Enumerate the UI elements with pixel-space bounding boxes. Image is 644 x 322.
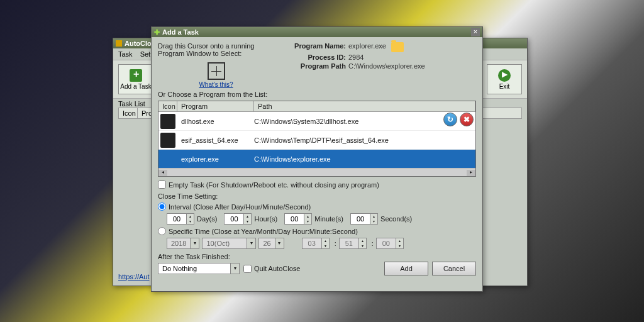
plus-icon: ✚ bbox=[154, 28, 160, 36]
exit-button[interactable]: ▶ Exit bbox=[487, 64, 522, 94]
drag-hint-text: Drag this Cursor onto a running Program … bbox=[158, 42, 274, 57]
program-info: Program Name:explorer.exe Process ID:298… bbox=[287, 42, 476, 88]
process-id-label: Process ID: bbox=[287, 53, 348, 61]
col-icon[interactable]: Icon bbox=[158, 101, 177, 111]
refresh-button[interactable]: ↻ bbox=[443, 113, 457, 126]
add-task-label: Add a Task bbox=[120, 83, 151, 90]
website-link[interactable]: https://Aut bbox=[118, 273, 150, 280]
scroll-right-icon[interactable]: ▸ bbox=[467, 170, 475, 176]
interval-radio[interactable]: Interval (Close After Day/Hour/Minute/Se… bbox=[158, 203, 476, 211]
whats-this-link[interactable]: What's this? bbox=[158, 81, 274, 88]
program-name-value: explorer.exe bbox=[348, 42, 386, 52]
crosshair-cursor[interactable] bbox=[208, 62, 225, 80]
list-item[interactable]: esif_assist_64.exeC:\Windows\Temp\DPTF\e… bbox=[158, 131, 475, 150]
day-dropdown[interactable]: 26▾ bbox=[258, 238, 284, 249]
hour-spinner-disabled: ▴▾ bbox=[302, 238, 330, 249]
after-task-label: After the Task Finished: bbox=[158, 253, 476, 260]
col-path[interactable]: Path bbox=[254, 101, 475, 111]
minute-spinner[interactable]: ▴▾ bbox=[284, 213, 312, 225]
day-spinner[interactable]: ▴▾ bbox=[167, 213, 194, 225]
add-task-dialog: ✚ Add a Task × Drag this Cursor onto a r… bbox=[151, 26, 483, 292]
program-path-label: Program Path bbox=[287, 62, 348, 70]
scroll-left-icon[interactable]: ◂ bbox=[158, 170, 167, 176]
list-label: Or Choose a Program from the List: bbox=[158, 91, 476, 98]
col-icon[interactable]: Icon bbox=[119, 108, 138, 118]
year-dropdown[interactable]: 2018▾ bbox=[167, 238, 199, 249]
minute-spinner-disabled: ▴▾ bbox=[339, 238, 367, 249]
dialog-titlebar[interactable]: ✚ Add a Task × bbox=[152, 27, 482, 37]
hour-spinner[interactable]: ▴▾ bbox=[224, 213, 252, 225]
program-path-value: C:\Windows\explorer.exe bbox=[348, 62, 425, 70]
close-time-label: Close Time Setting: bbox=[158, 192, 476, 200]
empty-task-checkbox[interactable]: Empty Task (For Shutdown/Reboot etc. wit… bbox=[158, 180, 476, 189]
second-spinner-disabled: ▴▾ bbox=[376, 238, 404, 249]
folder-icon[interactable] bbox=[391, 42, 404, 52]
exit-label: Exit bbox=[499, 83, 510, 90]
process-id-value: 2984 bbox=[348, 53, 364, 61]
app-icon bbox=[116, 40, 122, 47]
exit-icon: ▶ bbox=[498, 69, 511, 82]
second-spinner[interactable]: ▴▾ bbox=[350, 213, 378, 225]
program-list: Icon Program Path dllhost.exeC:\Windows\… bbox=[158, 101, 476, 177]
remove-button[interactable]: ✖ bbox=[460, 113, 474, 126]
dialog-title: Add a Task bbox=[162, 28, 471, 36]
program-icon bbox=[160, 133, 175, 148]
cancel-button[interactable]: Cancel bbox=[432, 262, 476, 275]
specific-time-radio[interactable]: Specific Time (Close at Year/Month/Day H… bbox=[158, 227, 476, 235]
list-item[interactable]: dllhost.exeC:\Windows\System32\dllhost.e… bbox=[158, 112, 475, 131]
horizontal-scrollbar[interactable]: ◂▸ bbox=[158, 169, 475, 176]
list-item-selected[interactable]: explorer.exeC:\Windows\explorer.exe bbox=[158, 150, 475, 169]
program-name-label: Program Name: bbox=[287, 42, 348, 52]
quit-autoclose-checkbox[interactable]: Quit AutoClose bbox=[243, 265, 300, 273]
month-dropdown[interactable]: 10(Oct)▾ bbox=[202, 238, 256, 249]
col-program[interactable]: Program bbox=[177, 101, 254, 111]
program-icon bbox=[160, 114, 175, 129]
after-task-dropdown[interactable]: Do Nothing▾ bbox=[158, 263, 240, 274]
program-icon bbox=[160, 152, 175, 167]
menu-task[interactable]: Task bbox=[118, 50, 133, 58]
close-icon[interactable]: × bbox=[471, 28, 480, 36]
add-task-button[interactable]: + Add a Task bbox=[118, 64, 153, 94]
add-button[interactable]: Add bbox=[384, 262, 428, 275]
plus-icon: + bbox=[130, 69, 142, 82]
